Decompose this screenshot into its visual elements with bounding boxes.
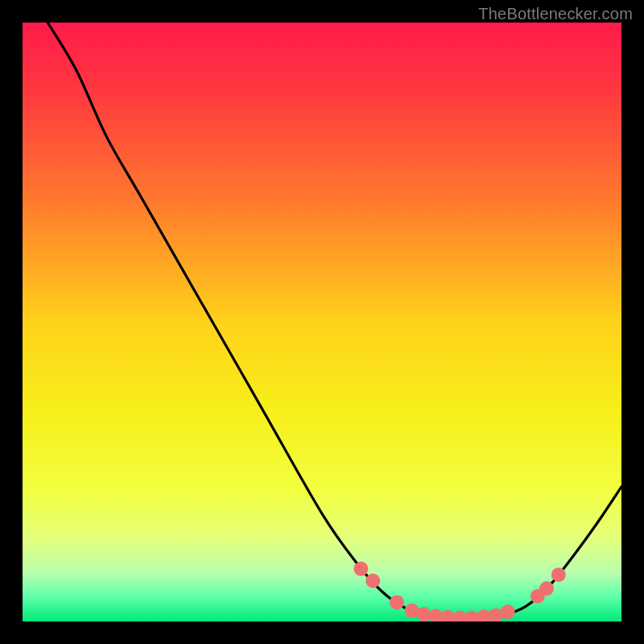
data-marker: [501, 605, 515, 619]
data-marker: [390, 595, 404, 609]
watermark-text: TheBottlenecker.com: [478, 5, 633, 23]
data-marker: [539, 581, 554, 596]
data-marker: [353, 562, 368, 576]
plot-area: [23, 23, 621, 621]
data-marker: [365, 573, 380, 588]
chart-svg: [23, 23, 621, 621]
heatmap-background: [23, 23, 621, 621]
chart-container: TheBottlenecker.com: [0, 0, 644, 644]
data-marker: [551, 568, 566, 582]
